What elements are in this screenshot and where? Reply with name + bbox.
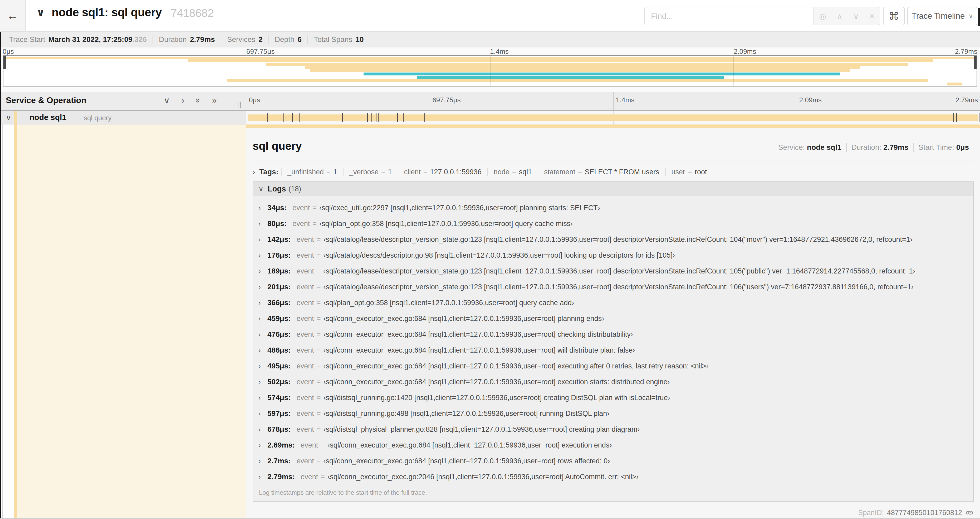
log-timestamp: 142μs: <box>267 235 291 244</box>
log-entry[interactable]: ›2.69ms:event=‹sql/conn_executor_exec.go… <box>258 437 973 453</box>
log-timestamp: 2.79ms: <box>267 473 295 481</box>
equals-sign: = <box>321 441 325 449</box>
trace-info-value: 2 <box>258 35 262 43</box>
logs-label: Logs <box>268 185 286 193</box>
view-dropdown-label: Trace Timeline <box>912 11 965 21</box>
log-marker <box>956 113 957 122</box>
chevron-right-icon: › <box>258 220 267 228</box>
time-tick-label: 2.09ms <box>797 96 822 104</box>
expand-one-icon[interactable]: › <box>181 96 185 105</box>
span-row-name-cell[interactable]: ∨ node sql1 sql query <box>0 111 246 125</box>
chevron-right-icon: › <box>258 315 267 323</box>
log-entry[interactable]: ›574μs:event=‹sql/distsql_running.go:142… <box>258 390 973 406</box>
tag-value: 1 <box>333 168 337 176</box>
find-group: ◎ ∧ ∨ × <box>644 7 880 25</box>
log-field-value: ‹sql/conn_executor_exec.go:684 [nsql1,cl… <box>328 441 612 449</box>
log-entry[interactable]: ›476μs:event=‹sql/conn_executor_exec.go:… <box>258 326 973 342</box>
log-timestamp: 2.7ms: <box>267 457 291 465</box>
equals-sign: = <box>317 235 321 244</box>
minimap-gridline <box>247 56 247 86</box>
span-detail-color-bar <box>246 125 980 128</box>
next-result-icon[interactable]: ∨ <box>853 11 859 21</box>
log-timestamp: 34μs: <box>267 204 286 212</box>
chevron-down-icon: ∨ <box>258 185 263 193</box>
locate-icon[interactable]: ◎ <box>819 11 826 21</box>
log-field-key: event <box>297 378 314 386</box>
span-duration-bar[interactable] <box>248 115 978 121</box>
log-entry[interactable]: ›189μs:event=‹sql/catalog/lease/descript… <box>258 263 973 279</box>
log-marker <box>374 113 374 122</box>
equals-sign: = <box>317 331 321 339</box>
log-timestamp: 486μs: <box>267 346 291 355</box>
divider <box>253 161 974 161</box>
chevron-down-icon: ∨ <box>969 13 973 20</box>
command-icon: ⌘ <box>889 10 899 22</box>
log-entry[interactable]: ›142μs:event=‹sql/catalog/lease/descript… <box>258 232 973 248</box>
find-input[interactable] <box>644 7 813 25</box>
log-timestamp: 80μs: <box>267 219 286 228</box>
clear-search-icon[interactable]: × <box>870 11 874 21</box>
logs-header[interactable]: ∨ Logs (18) <box>253 182 973 196</box>
log-marker <box>371 113 372 122</box>
trace-view-dropdown[interactable]: Trace Timeline ∨ <box>907 7 977 25</box>
minimap-span-bar <box>947 83 962 85</box>
log-entry[interactable]: ›459μs:event=‹sql/conn_executor_exec.go:… <box>258 311 973 326</box>
window-bottom-edge <box>0 518 980 519</box>
prev-result-icon[interactable]: ∧ <box>837 11 843 21</box>
trace-info-label: Total Spans <box>314 35 352 43</box>
log-marker <box>425 113 425 122</box>
log-field-key: event <box>297 299 314 307</box>
keyboard-shortcuts-button[interactable]: ⌘ <box>883 7 905 25</box>
collapse-all-icon[interactable]: » <box>193 98 203 103</box>
timeline-header-row: Service & Operation ∨ › » » 0μs697.75μs1… <box>0 92 980 111</box>
log-field-key: event <box>293 204 310 212</box>
chevron-right-icon: › <box>258 331 267 339</box>
minimap-left-scrubber[interactable] <box>3 56 6 69</box>
chevron-down-icon[interactable]: ∨ <box>6 113 11 122</box>
log-entry[interactable]: ›502μs:event=‹sql/conn_executor_exec.go:… <box>258 374 973 390</box>
tags-accordion[interactable]: › Tags: _unfinished=1_verbose=1client=12… <box>253 168 974 176</box>
minimap-span-bar <box>305 66 860 69</box>
log-entry[interactable]: ›678μs:event=‹sql/distsql_physical_plann… <box>258 422 973 437</box>
log-entry[interactable]: ›80μs:event=‹sql/plan_opt.go:358 [nsql1,… <box>258 216 973 232</box>
log-entry[interactable]: ›34μs:event=‹sql/exec_util.go:2297 [nsql… <box>258 200 973 216</box>
log-entry[interactable]: ›597μs:event=‹sql/distsql_running.go:498… <box>258 406 973 422</box>
log-field-value: ‹sql/conn_executor_exec.go:684 [nsql1,cl… <box>323 362 709 370</box>
log-entry[interactable]: ›2.7ms:event=‹sql/conn_executor_exec.go:… <box>258 453 973 469</box>
log-field-key: event <box>297 346 314 355</box>
log-field-value: ‹sql/distsql_physical_planner.go:828 [ns… <box>323 425 640 434</box>
log-field-value: ‹sql/distsql_running.go:498 [nsql1,clien… <box>323 410 609 418</box>
back-button[interactable]: ← <box>0 0 26 31</box>
log-field-key: event <box>297 410 314 418</box>
tag-value: sql1 <box>519 168 532 176</box>
ruler-gridline <box>430 92 430 110</box>
tag-key: statement <box>544 168 575 176</box>
trace-collapse-icon[interactable]: ∨ <box>37 6 45 18</box>
span-color-strip <box>14 125 17 519</box>
log-entry[interactable]: ›201μs:event=‹sql/catalog/lease/descript… <box>258 279 973 295</box>
log-entry[interactable]: ›486μs:event=‹sql/conn_executor_exec.go:… <box>258 342 973 358</box>
expand-all-icon[interactable]: » <box>212 96 217 105</box>
log-timestamp: 366μs: <box>267 299 291 307</box>
chevron-right-icon: › <box>258 204 267 212</box>
log-entry[interactable]: ›176μs:event=‹sql/catalog/descs/descript… <box>258 248 973 263</box>
collapse-one-icon[interactable]: ∨ <box>164 96 170 105</box>
equals-sign: = <box>317 378 321 386</box>
log-entry[interactable]: ›2.79ms:event=‹sql/conn_executor_exec.go… <box>258 469 973 485</box>
minimap-canvas[interactable] <box>3 55 977 86</box>
log-timestamp: 201μs: <box>267 283 291 291</box>
chevron-right-icon: › <box>253 168 255 176</box>
equals-sign: = <box>578 168 582 176</box>
log-entry[interactable]: ›366μs:event=‹sql/plan_opt.go:358 [nsql1… <box>258 295 973 311</box>
deep-link-icon[interactable] <box>965 508 974 517</box>
collapse-controls: ∨ › » » <box>164 96 217 105</box>
span-operation-title: sql query <box>253 140 302 152</box>
span-bar-cell <box>246 111 980 125</box>
column-resize-handle[interactable] <box>238 102 241 108</box>
chevron-right-icon: › <box>258 441 267 449</box>
log-entry[interactable]: ›495μs:event=‹sql/conn_executor_exec.go:… <box>258 358 973 374</box>
log-marker <box>953 113 954 122</box>
timeline-ruler: 0μs697.75μs1.4ms2.09ms2.79ms <box>246 92 980 110</box>
minimap-right-scrubber[interactable] <box>974 56 977 69</box>
equals-sign: = <box>317 251 321 260</box>
